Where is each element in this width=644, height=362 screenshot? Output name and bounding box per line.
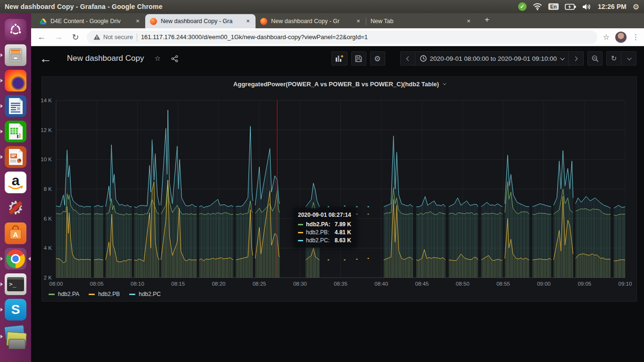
grafana-icon [150, 18, 157, 25]
add-panel-button[interactable] [331, 51, 347, 66]
skype-icon: S [5, 299, 26, 321]
dock-item-libreoffice-impress[interactable] [0, 144, 31, 170]
tab-grafana-active[interactable]: New dashboard Copy - Gra × [145, 14, 256, 28]
tab-close-icon[interactable]: × [465, 17, 472, 25]
calc-icon [5, 121, 26, 142]
address-bar[interactable]: Not secure 161.117.176.244:3000/d/eem00_… [87, 31, 597, 44]
tooltip-row: hdb2.PA:7.89 K [298, 221, 351, 228]
dock-item-libreoffice-writer[interactable] [0, 93, 31, 119]
dock-item-ubuntu[interactable] [0, 17, 31, 42]
tab-new-tab[interactable]: New Tab × [366, 14, 476, 28]
panel-title[interactable]: AggregatedPower(POWER_A vs POWER_B vs PO… [42, 77, 636, 91]
dock-item-system-tools[interactable]: ⚙ [0, 195, 31, 221]
impress-icon [5, 146, 26, 168]
browser-window: D4E Content - Google Driv × New dashboar… [31, 13, 644, 362]
navbar-actions: ⚙ 2020-09-01 08:00:00 to 2020-09-01 09:1… [331, 51, 636, 66]
not-secure-warning-icon [93, 34, 100, 40]
dock-item-terminal[interactable]: >_ [0, 272, 31, 297]
share-icon[interactable] [171, 55, 178, 62]
plot-area[interactable]: 2 K4 K6 K8 K10 K12 K14 K08:0008:0508:100… [56, 100, 625, 278]
system-tray: ✓ En 12:26 PM ⚙ [518, 2, 639, 11]
security-indicator[interactable]: Not secure [93, 33, 133, 41]
zoom-out-button[interactable] [587, 51, 603, 66]
battery-charging-icon[interactable] [565, 4, 576, 10]
svg-text:A: A [13, 230, 18, 239]
wifi-icon[interactable] [533, 3, 542, 10]
dock-item-libreoffice-calc[interactable] [0, 119, 31, 144]
refresh-button[interactable]: ↻ [606, 51, 621, 66]
running-indicator [0, 335, 3, 338]
dock-item-chrome[interactable] [0, 246, 31, 272]
svg-text:08:45: 08:45 [415, 281, 429, 287]
svg-text:6 K: 6 K [44, 216, 52, 222]
bookmark-star-icon[interactable]: ☆ [603, 33, 610, 41]
divider [137, 33, 137, 41]
tab-google-drive[interactable]: D4E Content - Google Driv × [35, 14, 145, 28]
legend-item-pc[interactable]: hdb2.PC [129, 291, 161, 297]
reload-icon[interactable]: ↻ [70, 32, 81, 42]
dock-item-files[interactable] [0, 42, 31, 68]
screen: New dashboard Copy - Grafana - Google Ch… [0, 0, 644, 362]
tooltip-series-name: hdb2.PB: [306, 229, 329, 236]
legend-item-pa[interactable]: hdb2.PA [49, 291, 79, 297]
time-shift-back-button[interactable] [400, 51, 415, 66]
tab-close-icon[interactable]: × [134, 17, 141, 25]
tab-close-icon[interactable]: × [244, 17, 252, 25]
tooltip-series-dash [298, 232, 303, 233]
session-gear-icon[interactable]: ⚙ [633, 2, 639, 11]
profile-avatar[interactable] [615, 32, 627, 43]
svg-text:10 K: 10 K [41, 156, 52, 162]
dock-item-ubuntu-software[interactable]: A [0, 221, 31, 246]
grafana-navbar: ← New dashboard Copy ☆ ⚙ [31, 46, 644, 71]
running-indicator [0, 130, 3, 133]
amazon-icon: a [5, 172, 26, 193]
tab-title: New Tab [371, 18, 461, 25]
chevron-down-icon [560, 56, 565, 60]
svg-text:08:20: 08:20 [212, 281, 225, 287]
refresh-interval-caret[interactable] [621, 51, 636, 66]
time-range-picker[interactable]: 2020-09-01 08:00:00 to 2020-09-01 09:10:… [415, 51, 569, 66]
save-dashboard-button[interactable] [351, 51, 366, 66]
legend-dash-pa [49, 294, 55, 295]
status-check-icon[interactable]: ✓ [518, 2, 527, 11]
tooltip-series-value: 7.89 K [335, 221, 351, 228]
security-label: Not secure [103, 33, 133, 41]
writer-icon [5, 95, 26, 117]
dashboard-settings-button[interactable]: ⚙ [370, 51, 385, 66]
svg-text:08:10: 08:10 [131, 281, 144, 287]
chart-svg[interactable]: 2 K4 K6 K8 K10 K12 K14 K08:0008:0508:100… [56, 100, 625, 278]
svg-text:8 K: 8 K [44, 186, 52, 192]
legend-label: hdb2.PC [139, 291, 161, 297]
file-cabinet-icon [5, 44, 26, 66]
dock-item-firefox[interactable] [0, 68, 31, 93]
chart-legend: hdb2.PA hdb2.PB hdb2.PC [49, 291, 161, 297]
tab-close-icon[interactable]: × [355, 17, 362, 25]
new-tab-button[interactable]: + [481, 14, 493, 26]
time-controls: 2020-09-01 08:00:00 to 2020-09-01 09:10:… [400, 51, 584, 66]
url-text: 161.117.176.244:3000/d/eem00_1Gk/new-das… [141, 33, 368, 41]
refresh-controls: ↻ [606, 51, 636, 66]
volume-icon[interactable] [582, 3, 592, 10]
keyboard-layout-indicator[interactable]: En [548, 3, 559, 10]
tab-grafana-2[interactable]: New dashboard Copy - Gr × [256, 14, 366, 28]
svg-text:09:05: 09:05 [578, 281, 591, 287]
legend-item-pb[interactable]: hdb2.PB [89, 291, 120, 297]
tooltip-row: hdb2.PC:8.63 K [298, 237, 351, 244]
tooltip-rows: hdb2.PA:7.89 Khdb2.PB:4.81 Khdb2.PC:8.63… [298, 221, 351, 244]
running-indicator [0, 53, 3, 57]
panel-menu-caret-icon [443, 82, 446, 85]
back-arrow-icon[interactable]: ← [40, 51, 56, 66]
clock-icon [420, 55, 427, 62]
favorite-star-icon[interactable]: ☆ [154, 54, 160, 63]
clock[interactable]: 12:26 PM [598, 3, 627, 10]
back-icon[interactable]: ← [36, 32, 47, 42]
dock-item-amazon[interactable]: a [0, 170, 31, 195]
svg-text:08:30: 08:30 [293, 281, 307, 287]
legend-dash-pb [89, 294, 95, 295]
dock-item-window-stack[interactable] [0, 322, 31, 351]
forward-icon[interactable]: → [53, 32, 64, 42]
browser-menu-icon[interactable]: ⋮ [632, 33, 639, 41]
dock-item-skype[interactable]: S [0, 297, 31, 322]
time-shift-forward-button[interactable] [569, 51, 584, 66]
tooltip-series-dash [298, 240, 303, 241]
